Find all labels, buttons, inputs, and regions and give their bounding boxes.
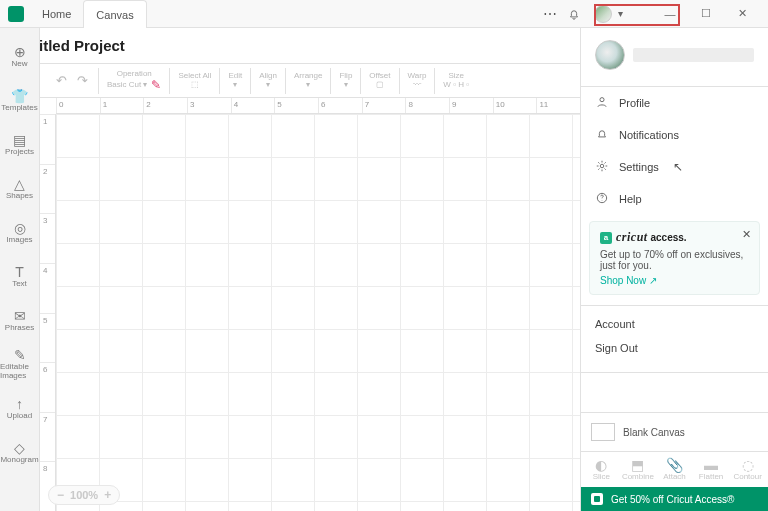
undo-button[interactable]: ↶ <box>56 73 67 88</box>
tool-editable-images[interactable]: ✎Editable Images <box>0 342 39 386</box>
menu-profile-label: Profile <box>619 97 650 109</box>
menu-account[interactable]: Account <box>595 312 754 336</box>
menu-notifications[interactable]: Notifications <box>581 119 768 151</box>
op-offset-label: Offset <box>369 72 390 80</box>
tab-home[interactable]: Home <box>30 0 83 27</box>
zoom-control[interactable]: − 100% + <box>48 485 120 505</box>
tool-label: Shapes <box>6 191 33 200</box>
svg-point-2 <box>600 164 604 168</box>
more-glyph: ⋯ <box>543 6 557 22</box>
profile-menu-button[interactable]: ▾ <box>586 4 652 24</box>
op-contour[interactable]: ◌Contour <box>731 458 765 481</box>
projects-icon: ▤ <box>13 133 26 147</box>
menu-signout[interactable]: Sign Out <box>595 336 754 360</box>
help-icon <box>595 191 609 207</box>
zoom-in-button[interactable]: + <box>104 488 111 502</box>
tool-upload[interactable]: ↑Upload <box>0 386 39 430</box>
ruler-tick: 11 <box>536 98 580 113</box>
layer-ops: ◐Slice ⬒Combine 📎Attach ▬Flatten ◌Contou… <box>581 452 768 487</box>
menu-help-label: Help <box>619 193 642 205</box>
more-icon[interactable]: ⋯ <box>538 6 562 22</box>
tool-shapes[interactable]: △Shapes <box>0 166 39 210</box>
canvas-grid[interactable] <box>56 114 580 511</box>
window-close-button[interactable]: ✕ <box>724 0 760 27</box>
banner-badge-icon <box>591 493 603 505</box>
op-attach[interactable]: 📎Attach <box>657 458 691 481</box>
op-arrange[interactable]: Arrange▾ <box>285 68 330 94</box>
ruler-tick: 8 <box>405 98 449 113</box>
op-size[interactable]: SizeW ▫ H ▫ <box>434 68 477 94</box>
op-combine[interactable]: ⬒Combine <box>621 458 655 481</box>
tool-label: Templates <box>1 103 37 112</box>
banner-text: Get 50% off Cricut Access® <box>611 494 734 505</box>
contour-icon: ◌ <box>742 458 754 472</box>
op-flatten[interactable]: ▬Flatten <box>694 458 728 481</box>
promo-card: ✕ a cricut access. Get up to 70% off on … <box>589 221 760 295</box>
ruler-tick: 2 <box>143 98 187 113</box>
tool-images[interactable]: ◎Images <box>0 210 39 254</box>
op-offset[interactable]: Offset▢ <box>360 68 398 94</box>
tool-new[interactable]: ⊕New <box>0 34 39 78</box>
canvas-stage[interactable]: 01234567891011 12345678 − 100% + <box>40 98 580 511</box>
ruler-horizontal: 01234567891011 <box>56 98 580 114</box>
op-operation[interactable]: Operation Basic Cut ▾✎ <box>98 68 169 94</box>
ruler-vertical: 12345678 <box>40 114 56 511</box>
ruler-tick: 0 <box>56 98 100 113</box>
op-combine-label: Combine <box>622 472 654 481</box>
ruler-tick: 1 <box>100 98 144 113</box>
blank-canvas-row[interactable]: Blank Canvas <box>581 413 768 452</box>
promo-close-button[interactable]: ✕ <box>742 228 751 241</box>
op-align[interactable]: Align▾ <box>250 68 285 94</box>
tool-phrases[interactable]: ✉Phrases <box>0 298 39 342</box>
tool-text[interactable]: TText <box>0 254 39 298</box>
ruler-tick: 4 <box>40 263 55 313</box>
menu-notifications-label: Notifications <box>619 129 679 141</box>
zoom-value: 100% <box>70 489 98 501</box>
avatar <box>594 5 612 23</box>
menu-help[interactable]: Help <box>581 183 768 215</box>
tool-label: Text <box>12 279 27 288</box>
gear-icon <box>595 159 609 175</box>
ruler-tick: 1 <box>40 114 55 164</box>
person-icon <box>595 95 609 111</box>
op-slice[interactable]: ◐Slice <box>584 458 618 481</box>
combine-icon: ⬒ <box>631 458 644 472</box>
knife-icon: ✎ <box>151 78 161 92</box>
avatar-large <box>595 40 625 70</box>
menu-settings[interactable]: Settings ↖ <box>581 151 768 183</box>
user-name-placeholder <box>633 48 754 62</box>
zoom-out-button[interactable]: − <box>57 488 64 502</box>
color-swatch[interactable] <box>591 423 615 441</box>
text-icon: T <box>15 265 24 279</box>
op-flip[interactable]: Flip▾ <box>330 68 360 94</box>
attach-icon: 📎 <box>666 458 683 472</box>
op-warp[interactable]: Warp〰 <box>399 68 435 94</box>
dropdown-header <box>581 28 768 87</box>
tab-canvas[interactable]: Canvas <box>83 0 146 28</box>
window-max-button[interactable]: ☐ <box>688 0 724 27</box>
op-warp-label: Warp <box>408 72 427 80</box>
monogram-icon: ◇ <box>14 441 25 455</box>
tool-templates[interactable]: 👕Templates <box>0 78 39 122</box>
promo-brand: a cricut access. <box>600 230 749 245</box>
tab-canvas-label: Canvas <box>96 9 133 21</box>
upload-icon: ↑ <box>16 397 23 411</box>
promo-shop-link[interactable]: Shop Now ↗ <box>600 275 657 286</box>
redo-button[interactable]: ↷ <box>77 73 88 88</box>
account-section: Account Sign Out <box>581 305 768 372</box>
bell-icon[interactable] <box>562 7 586 21</box>
op-edit[interactable]: Edit▾ <box>219 68 250 94</box>
menu-settings-label: Settings <box>619 161 659 173</box>
op-flip-label: Flip <box>339 72 352 80</box>
menu-profile[interactable]: Profile <box>581 87 768 119</box>
promo-banner[interactable]: Get 50% off Cricut Access® <box>581 487 768 511</box>
left-tool-rail: ⊕New👕Templates▤Projects△Shapes◎ImagesTTe… <box>0 28 40 511</box>
window-min-button[interactable]: — <box>652 0 688 27</box>
tool-projects[interactable]: ▤Projects <box>0 122 39 166</box>
tool-label: Projects <box>5 147 34 156</box>
tool-monogram[interactable]: ◇Monogram <box>0 430 39 474</box>
slice-icon: ◐ <box>595 458 607 472</box>
tool-label: Editable Images <box>0 362 39 380</box>
op-selectall[interactable]: Select All⬚ <box>169 68 219 94</box>
tool-label: New <box>11 59 27 68</box>
